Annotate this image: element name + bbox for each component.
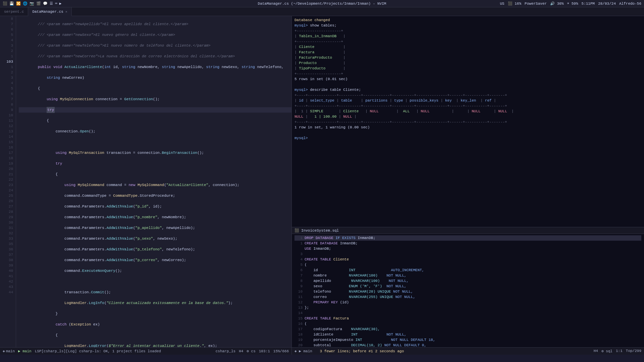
terminal-line: 1 row in set, 1 warning (0.00 sec)	[294, 125, 641, 130]
sql-line: 10 telefono NVARCHAR(20) UNIQUE NOT NULL…	[294, 289, 641, 294]
terminal-line: +----+-------------+----------+---------…	[294, 93, 641, 98]
statusbar-lsp-msg: LSP[csharp_ls][Log] csharp-ls: OK, 1 pro…	[35, 349, 161, 353]
terminal-line: mysql> describe table Cliente;	[294, 87, 641, 93]
terminal-area[interactable]: Database changed mysql> show tables; +--…	[292, 16, 644, 142]
terminal-line: | Factura |	[294, 50, 641, 55]
code-line: command.Parameters.AddWithValue("p_apell…	[19, 225, 291, 231]
terminal-line: | Producto |	[294, 60, 641, 66]
titlebar-locale: US	[500, 2, 504, 6]
sql-file-header: ⬛ InvoiceSystem.sql	[292, 227, 644, 234]
titlebar-icon-6: 🎬	[36, 1, 41, 6]
sql-content[interactable]: 1DROP DATABASE IF EXISTS InmanDB; 1CREAT…	[292, 234, 644, 347]
code-line: string newCorreo)	[19, 75, 291, 80]
sql-line: 7 nombre NVARCHAR(100) NOT NULL,	[294, 273, 641, 278]
sql-statusbar: ◈ ▶ main 3 fewer lines; before #1 2 seco…	[292, 347, 644, 355]
editor-statusbar: ◈ main ▶ main LSP[csharp_ls][Log] csharp…	[0, 347, 291, 355]
code-line: {	[19, 172, 291, 177]
sql-line: 8 apellido NVARCHAR(100) NOT NULL,	[294, 278, 641, 284]
titlebar-user: Alfredo-56	[619, 2, 641, 6]
titlebar-icon-2: 💾	[9, 1, 14, 6]
code-line-current: try	[19, 107, 291, 113]
titlebar-date: 28/03/24	[598, 2, 616, 6]
terminal-line	[294, 82, 641, 87]
code-line: command.Parameters.AddWithValue("p_id", …	[19, 204, 291, 209]
code-line: try	[19, 161, 291, 166]
code-line: LogHandler.LogError($"Error al intentar …	[19, 343, 291, 347]
titlebar-battery-pct: ⬛ 16%	[508, 1, 521, 6]
code-line: command.Parameters.AddWithValue("p_nombr…	[19, 215, 291, 220]
sql-line: 20 subtotal DECIMAL(10, 2) NOT NULL DEFA…	[294, 343, 641, 347]
code-line: catch (Exception ex)	[19, 322, 291, 327]
sql-line: 1DROP DATABASE IF EXISTS InmanDB;	[294, 235, 641, 241]
sql-line: 6 id INT AUTO_INCREMENT,	[294, 267, 641, 273]
code-line: command.CommandType = CommandType.Stored…	[19, 193, 291, 198]
statusbar-lsp: ◈ main	[3, 349, 15, 353]
statusbar-filetype: ⚙ cs	[247, 349, 255, 353]
terminal-line: | id | select_type | table | partitions …	[294, 98, 641, 103]
tab-datamanager[interactable]: DataManager.cs ✕	[28, 7, 71, 16]
titlebar-icon-5: 📷	[30, 1, 34, 6]
terminal-line: Database changed	[294, 17, 641, 23]
sql-line: 5(	[294, 262, 641, 267]
sql-line: 16(	[294, 321, 641, 326]
titlebar-power: PowerSaver	[525, 2, 547, 6]
code-line: command.Parameters.AddWithValue("p_corre…	[19, 257, 291, 263]
tabbar: serpent.c DataManager.cs ✕	[0, 7, 644, 16]
sql-line: 18 idCliente INT NOT NULL,	[294, 332, 641, 337]
code-line	[19, 139, 291, 145]
statusbar-mode: ▶ main	[18, 349, 32, 353]
titlebar-title: DataManager.cs (~/Development/Projects/I…	[258, 2, 386, 6]
titlebar-icon-8: ☰	[50, 1, 53, 6]
tab-datamanager-label: DataManager.cs	[32, 10, 63, 14]
titlebar-left: ⬛ 💾 🔀 🌐 📷 🎬 💬 ☰ ⌨ ▶	[3, 1, 61, 6]
terminal-line: mysql> show tables;	[294, 23, 641, 28]
sql-line: USE InmanDB;	[294, 246, 641, 251]
tab-serpent-label: serpent.c	[4, 10, 24, 14]
code-content[interactable]: /// <param name="newApellido">El nuevo a…	[16, 16, 291, 347]
terminal-line: | TipoProducto |	[294, 66, 641, 71]
code-line: command.Parameters.AddWithValue("p_telef…	[19, 247, 291, 252]
sql-cursor: 1:1	[616, 349, 623, 353]
terminal-line: +----+-------------+----------+---------…	[294, 103, 641, 109]
sql-statusbar-right: H4 ⚙ sql 1:1 Top/299	[594, 349, 641, 353]
code-line: transaction.Commit();	[19, 290, 291, 295]
main-layout: 8 7 6 5 4 3 2 1 103 1 2 3 4 5 6 7 8 9 10…	[0, 16, 644, 355]
sql-line: 15CREATE TABLE Factura	[294, 316, 641, 321]
terminal-line: +--------------------+	[294, 28, 641, 34]
tab-serpent[interactable]: serpent.c	[0, 7, 28, 16]
sql-line: 13};	[294, 305, 641, 310]
lsp-label: main	[6, 349, 15, 353]
code-line: using MySqlConnection connection = GetCo…	[19, 97, 291, 102]
terminal-line: 5 rows in set (0.01 sec)	[294, 76, 641, 82]
code-line: /// <param name="newCorreo">La nueva dir…	[19, 54, 291, 59]
code-line: using MySqlCommand command = new MySqlCo…	[19, 182, 291, 188]
sql-line: 17 codigoFactura NVARCHAR(30),	[294, 326, 641, 332]
code-line: {	[19, 86, 291, 91]
statusbar-encoding: csharp_ls	[216, 349, 235, 353]
code-editor: 8 7 6 5 4 3 2 1 103 1 2 3 4 5 6 7 8 9 10…	[0, 16, 292, 355]
db-icon: ⬛	[294, 228, 299, 233]
code-line: /// <param name="newSexo">El nuevo géner…	[19, 32, 291, 38]
sql-ft: ⚙ sql	[601, 349, 612, 353]
statusbar-right: csharp_ls H4 ⚙ cs 103:1 15%/666	[216, 349, 289, 353]
code-line: command.Parameters.AddWithValue("p_sexo"…	[19, 236, 291, 241]
code-line: public void ActualizarCliente(int id, st…	[19, 64, 291, 70]
tab-datamanager-close[interactable]: ✕	[65, 10, 67, 14]
code-line: {	[19, 118, 291, 123]
titlebar-vol: 🔊 30%	[550, 1, 564, 6]
statusbar-percent: 15%/666	[273, 349, 289, 353]
code-line: command.ExecuteNonQuery();	[19, 268, 291, 274]
code-area[interactable]: 8 7 6 5 4 3 2 1 103 1 2 3 4 5 6 7 8 9 10…	[0, 16, 291, 347]
sql-line: 12 PRIMARY KEY (id)	[294, 300, 641, 305]
terminal-line: mysql>	[294, 135, 641, 141]
sql-line: 1CREATE DATABASE InmanDB;	[294, 241, 641, 246]
statusbar-left: ◈ main ▶ main LSP[csharp_ls][Log] csharp…	[3, 349, 161, 353]
terminal-line: | 1 | SIMPLE | Cliente | NULL | ALL | NU…	[294, 109, 641, 114]
sql-mode: H4	[594, 349, 598, 353]
sql-panel: ⬛ InvoiceSystem.sql 1DROP DATABASE IF EX…	[292, 227, 644, 355]
code-line: }	[19, 311, 291, 316]
terminal-line	[294, 130, 641, 135]
code-line: {	[19, 333, 291, 338]
titlebar-icon-3: 🔀	[16, 1, 21, 6]
sql-percent: Top/299	[626, 349, 641, 353]
